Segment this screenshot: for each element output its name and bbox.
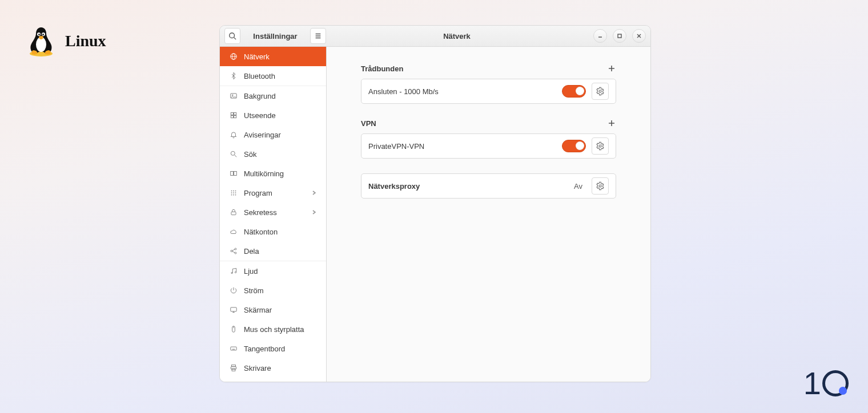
proxy-card: Nätverksproxy Av — [361, 173, 616, 199]
svg-point-5 — [42, 34, 44, 35]
grid-icon — [229, 188, 238, 197]
wired-status: Ansluten - 1000 Mb/s — [368, 87, 556, 96]
watermark-1: 1 — [803, 365, 820, 402]
sidebar-item-label: Bakgrund — [244, 92, 276, 100]
wired-settings-button[interactable] — [592, 83, 609, 100]
svg-rect-57 — [232, 369, 235, 371]
mouse-icon — [229, 325, 238, 334]
sidebar-item-network[interactable]: Nätverk — [220, 47, 326, 66]
add-wired-button[interactable] — [607, 64, 616, 73]
vpn-row: PrivateVPN-VPN — [361, 134, 616, 158]
vpn-settings-button[interactable] — [592, 137, 609, 155]
wired-title: Trådbunden — [361, 64, 403, 73]
svg-point-33 — [235, 192, 236, 193]
svg-line-41 — [232, 249, 235, 250]
sidebar-item-label: Bluetooth — [244, 72, 275, 80]
sidebar-item-label: Nätkonton — [244, 228, 278, 236]
chevron-right-icon — [311, 208, 317, 217]
sidebar-item-label: Multikörning — [244, 169, 284, 178]
share-icon — [229, 246, 238, 256]
vpn-section-header: VPN — [361, 119, 616, 128]
sidebar-item-printers[interactable]: Skrivare — [220, 358, 326, 378]
svg-point-43 — [231, 272, 232, 273]
settings-title: Inställningar — [245, 32, 306, 41]
sidebar-item-label: Tangentbord — [244, 345, 285, 353]
svg-line-7 — [234, 38, 236, 40]
sidebar-item-label: Mus och styrplatta — [244, 325, 304, 334]
sidebar-item-label: Sök — [244, 150, 256, 159]
sidebar-item-background[interactable]: Bakgrund — [220, 86, 326, 106]
wired-section-header: Trådbunden — [361, 64, 616, 73]
svg-rect-20 — [231, 112, 233, 115]
tux-icon — [25, 25, 57, 57]
svg-point-60 — [599, 90, 601, 92]
svg-point-34 — [231, 195, 232, 196]
vpn-toggle[interactable] — [562, 140, 586, 152]
titlebar: Inställningar Nätverk — [220, 26, 650, 47]
os-badge: Linux — [25, 25, 106, 57]
svg-rect-27 — [234, 172, 237, 176]
sidebar-item-applications[interactable]: Program — [220, 183, 326, 203]
wallpaper-icon — [229, 91, 238, 100]
vpn-title: VPN — [361, 119, 376, 128]
sidebar-item-mouse[interactable]: Mus och styrplatta — [220, 319, 326, 339]
globe-icon — [229, 52, 238, 61]
sidebar-item-search[interactable]: Sök — [220, 144, 326, 164]
svg-point-44 — [235, 272, 236, 273]
proxy-settings-button[interactable] — [592, 177, 609, 195]
add-vpn-button[interactable] — [607, 119, 616, 128]
svg-rect-22 — [231, 116, 233, 118]
sidebar-item-label: Nätverk — [244, 52, 270, 61]
page-title: Nätverk — [326, 32, 588, 41]
hamburger-menu-button[interactable] — [310, 28, 326, 44]
close-button[interactable] — [632, 29, 646, 43]
search-button[interactable] — [224, 28, 240, 44]
proxy-value: Av — [574, 182, 582, 191]
sidebar-item-label: Dela — [244, 247, 259, 256]
printer-icon — [229, 363, 238, 372]
settings-window: Inställningar Nätverk NätverkBluetoothBa… — [219, 25, 651, 382]
vpn-card: PrivateVPN-VPN — [361, 133, 616, 159]
proxy-row: Nätverksproxy Av — [361, 174, 616, 198]
sidebar-item-label: Program — [244, 189, 272, 197]
svg-line-42 — [232, 252, 235, 253]
svg-rect-12 — [618, 34, 621, 38]
sidebar-item-online_accounts[interactable]: Nätkonton — [220, 222, 326, 241]
sidebar-item-keyboard[interactable]: Tangentbord — [220, 339, 326, 358]
svg-rect-21 — [234, 112, 236, 115]
settings-sidebar: NätverkBluetoothBakgrundUtseendeAviserin… — [220, 47, 327, 382]
watermark-o-icon — [822, 370, 849, 396]
sidebar-item-appearance[interactable]: Utseende — [220, 106, 326, 125]
sidebar-item-notifications[interactable]: Aviseringar — [220, 125, 326, 144]
bluetooth-icon — [229, 71, 238, 80]
svg-point-24 — [231, 151, 235, 155]
os-label: Linux — [65, 32, 106, 50]
sidebar-item-label: Skärmar — [244, 306, 272, 314]
svg-point-36 — [235, 195, 236, 196]
svg-point-32 — [233, 192, 234, 193]
search-icon — [229, 149, 238, 159]
sidebar-item-bluetooth[interactable]: Bluetooth — [220, 66, 326, 86]
vpn-name: PrivateVPN-VPN — [368, 142, 556, 151]
sidebar-item-label: Ljud — [244, 267, 258, 276]
svg-point-4 — [38, 34, 40, 35]
sidebar-item-multitask[interactable]: Multikörning — [220, 164, 326, 183]
svg-point-35 — [233, 195, 234, 196]
sidebar-item-privacy[interactable]: Sekretess — [220, 203, 326, 222]
sidebar-item-displays[interactable]: Skärmar — [220, 300, 326, 319]
svg-point-31 — [231, 192, 232, 193]
sidebar-item-power[interactable]: Ström — [220, 281, 326, 300]
sidebar-item-sharing[interactable]: Dela — [220, 241, 326, 261]
wired-toggle[interactable] — [562, 85, 586, 98]
minimize-button[interactable] — [593, 29, 607, 43]
sidebar-item-label: Aviseringar — [244, 131, 281, 139]
maximize-button[interactable] — [613, 29, 626, 43]
svg-rect-50 — [231, 347, 237, 350]
appearance-icon — [229, 111, 238, 120]
svg-rect-45 — [231, 307, 237, 311]
svg-point-19 — [232, 95, 233, 96]
sidebar-item-sound[interactable]: Ljud — [220, 261, 326, 281]
lock-icon — [229, 208, 238, 217]
power-icon — [229, 286, 238, 295]
svg-rect-23 — [234, 116, 236, 118]
